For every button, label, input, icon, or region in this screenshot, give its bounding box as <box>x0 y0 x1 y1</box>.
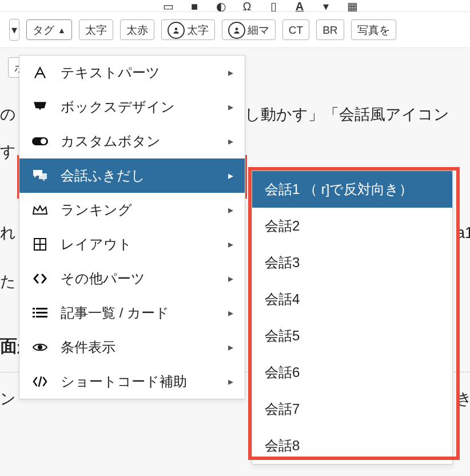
menu-item-label: 記事一覧 / カード <box>61 304 169 322</box>
submenu-item-label: 会話6 <box>265 364 300 380</box>
circle-small-label: 細マ <box>248 23 269 38</box>
chevron-right-icon: ▸ <box>228 238 233 251</box>
menu-item-speech-bubble[interactable]: 会話ふきだし ▸ <box>19 158 245 193</box>
svg-rect-7 <box>33 308 35 310</box>
menu-item-label: カスタムボタン <box>61 132 161 150</box>
menu-item-label: その他パーツ <box>61 269 145 288</box>
photo-button[interactable]: 写真を <box>351 19 396 40</box>
caret-down-icon[interactable]: ▾ <box>318 1 334 11</box>
chevron-right-icon: ▸ <box>228 135 233 148</box>
svg-point-13 <box>38 346 42 349</box>
menu-item-label: ボックスデザイン <box>61 98 175 116</box>
page-icon[interactable]: ▯ <box>265 1 281 11</box>
menu-item-conditional[interactable]: 条件表示 ▸ <box>19 330 245 364</box>
menu-item-ranking[interactable]: ランキング ▸ <box>19 193 245 227</box>
submenu-item-kaiwa4[interactable]: 会話4 <box>252 281 452 318</box>
submenu-item-kaiwa3[interactable]: 会話3 <box>252 244 452 281</box>
menu-item-article-list[interactable]: 記事一覧 / カード ▸ <box>19 296 245 330</box>
chevron-right-icon: ▸ <box>228 307 233 319</box>
top-toolbar: 12pt ▭ ■ ◐ Ω ▯ A ▾ ▦ <box>0 0 470 12</box>
menu-item-box-design[interactable]: ボックスデザイン ▸ <box>19 90 245 124</box>
submenu-item-label: 会話7 <box>265 401 300 416</box>
submenu-item-kaiwa2[interactable]: 会話2 <box>252 208 452 244</box>
photo-button-label: 写真を <box>357 23 390 38</box>
format-toolbar: ▾ タグ ▲ 太字 太赤 太字 細マ CT BR 写真を <box>0 12 470 48</box>
menu-item-shortcode[interactable]: ショートコード補助 ▸ <box>19 364 245 399</box>
svg-rect-10 <box>36 312 47 314</box>
toggle-icon <box>31 136 49 147</box>
chevron-right-icon: ▸ <box>228 66 233 79</box>
person-icon <box>228 22 245 39</box>
grid-icon <box>31 237 49 251</box>
menu-item-label: テキストパーツ <box>61 64 160 82</box>
menu-item-label: レイアウト <box>61 235 132 253</box>
menu-item-other-parts[interactable]: その他パーツ ▸ <box>19 261 245 296</box>
person-icon <box>168 22 185 39</box>
bold-button[interactable]: 太字 <box>79 19 113 40</box>
tag-dropdown-label: タグ <box>33 23 54 38</box>
chevron-right-icon: ▸ <box>228 169 233 182</box>
code-slash-icon <box>31 376 49 387</box>
chevron-right-icon: ▸ <box>228 272 233 285</box>
list-icon <box>31 307 49 319</box>
br-button-label: BR <box>322 24 337 37</box>
menu-item-label: ショートコード補助 <box>61 372 187 391</box>
menu-item-label: 会話ふきだし <box>61 166 145 185</box>
submenu-item-label: 会話3 <box>265 255 300 270</box>
file-icon[interactable]: ▭ <box>160 1 176 11</box>
bookmark-icon[interactable]: ■ <box>186 1 202 11</box>
caret-down-icon: ▾ <box>11 23 17 37</box>
circle-bold-button[interactable]: 太字 <box>161 19 215 40</box>
speech-bubble-submenu: 会話1 （ r]で反対向き） 会話2 会話3 会話4 会話5 会話6 会話7 会… <box>252 170 453 465</box>
omega-icon[interactable]: Ω <box>239 1 255 11</box>
svg-rect-9 <box>33 312 35 314</box>
svg-point-3 <box>41 138 46 144</box>
circle-small-button[interactable]: 細マ <box>222 19 276 40</box>
prev-dropdown-caret[interactable]: ▾ <box>9 19 19 41</box>
ct-button[interactable]: CT <box>282 19 309 40</box>
text-color-icon[interactable]: A <box>292 1 308 11</box>
chevron-right-icon: ▸ <box>228 341 233 354</box>
menu-item-label: 条件表示 <box>61 338 115 356</box>
submenu-item-label: 会話5 <box>265 328 300 343</box>
chevron-right-icon: ▸ <box>228 375 233 388</box>
caret-up-icon: ▲ <box>58 26 66 35</box>
table-icon[interactable]: ▦ <box>344 1 360 11</box>
submenu-item-kaiwa6[interactable]: 会話6 <box>252 354 452 391</box>
svg-rect-11 <box>33 316 35 318</box>
svg-point-0 <box>175 27 178 30</box>
menu-item-layout[interactable]: レイアウト ▸ <box>19 227 245 261</box>
submenu-item-kaiwa8[interactable]: 会話8 <box>252 427 452 464</box>
bold-red-button[interactable]: 太赤 <box>120 19 154 40</box>
svg-rect-8 <box>36 308 47 310</box>
crown-icon <box>31 204 49 216</box>
clock-icon[interactable]: ◐ <box>213 1 229 11</box>
bold-button-label: 太字 <box>85 23 107 38</box>
inbox-icon <box>31 101 49 113</box>
submenu-item-kaiwa7[interactable]: 会話7 <box>252 391 452 427</box>
menu-item-text-parts[interactable]: テキストパーツ ▸ <box>19 55 245 90</box>
circle-bold-label: 太字 <box>187 23 209 38</box>
chevron-right-icon: ▸ <box>228 101 233 113</box>
menu-item-custom-button[interactable]: カスタムボタン ▸ <box>19 124 245 158</box>
ct-button-label: CT <box>289 24 303 37</box>
svg-rect-12 <box>36 316 47 318</box>
submenu-item-label: 会話8 <box>265 438 300 453</box>
code-brackets-icon <box>31 273 49 284</box>
submenu-item-label: 会話2 <box>265 218 300 233</box>
submenu-item-label: 会話1 （ r]で反対向き） <box>265 181 413 197</box>
chat-icon <box>31 169 49 183</box>
eye-icon <box>31 342 49 352</box>
tag-dropdown-button[interactable]: タグ ▲ <box>26 19 72 40</box>
menu-item-label: ランキング <box>61 201 132 219</box>
tag-menu: テキストパーツ ▸ ボックスデザイン ▸ カスタムボタン ▸ 会話ふきだし ▸ … <box>19 55 245 399</box>
font-icon <box>31 65 49 80</box>
submenu-item-label: 会話4 <box>265 291 300 307</box>
br-button[interactable]: BR <box>316 19 344 40</box>
chevron-right-icon: ▸ <box>228 204 233 216</box>
bold-red-button-label: 太赤 <box>126 23 148 38</box>
submenu-item-kaiwa5[interactable]: 会話5 <box>252 318 452 354</box>
svg-point-1 <box>236 27 238 30</box>
submenu-item-kaiwa1[interactable]: 会話1 （ r]で反対向き） <box>252 171 452 208</box>
